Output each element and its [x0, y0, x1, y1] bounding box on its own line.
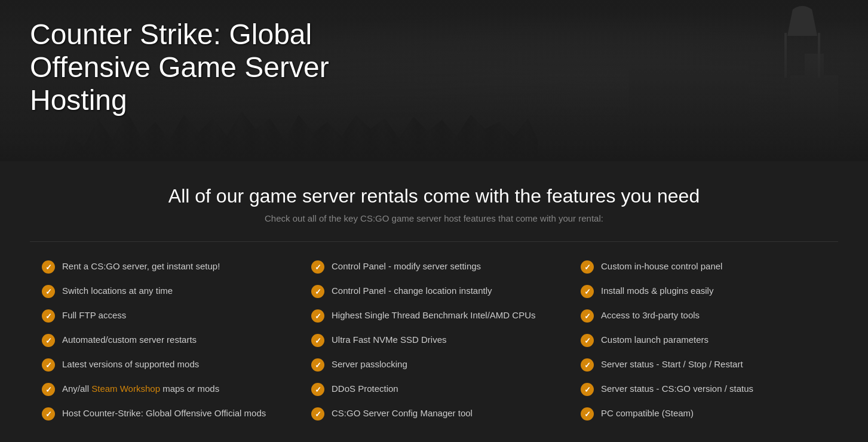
feature-text: Ultra Fast NVMe SSD Drives: [332, 333, 447, 346]
feature-text: Rent a CS:GO server, get instant setup!: [62, 260, 220, 272]
feature-text: Any/all Steam Workshop maps or mods: [62, 382, 219, 395]
features-section: All of our game server rentals come with…: [0, 161, 868, 442]
section-divider: [30, 241, 838, 242]
water-tower-top: [787, 6, 817, 36]
features-column-3: Custom in-house control panel Install mo…: [569, 260, 838, 431]
check-icon: [42, 334, 55, 347]
feature-text: Custom in-house control panel: [601, 260, 722, 272]
check-icon: [42, 285, 55, 298]
feature-text: Highest Single Thread Benchmark Intel/AM…: [332, 309, 536, 321]
feature-text: Latest versions of supported mods: [62, 358, 199, 370]
features-column-2: Control Panel - modify server settings C…: [299, 260, 569, 431]
list-item: Switch locations at any time: [42, 284, 287, 298]
feature-text: Full FTP access: [62, 309, 126, 321]
list-item: Custom launch parameters: [581, 333, 826, 347]
list-item: Custom in-house control panel: [581, 260, 826, 274]
list-item: CS:GO Server Config Manager tool: [311, 407, 557, 420]
check-icon: [42, 383, 55, 396]
feature-text: CS:GO Server Config Manager tool: [332, 407, 473, 419]
check-icon: [581, 260, 594, 274]
check-icon: [311, 407, 324, 420]
list-item: Automated/custom server restarts: [42, 333, 287, 347]
check-icon: [42, 407, 55, 420]
feature-text: Host Counter-Strike: Global Offensive Of…: [62, 407, 266, 419]
list-item: Highest Single Thread Benchmark Intel/AM…: [311, 309, 557, 323]
feature-text: Access to 3rd-party tools: [601, 309, 700, 321]
check-icon: [42, 260, 55, 274]
list-item: DDoS Protection: [311, 382, 557, 396]
feature-text: Control Panel - modify server settings: [332, 260, 481, 272]
list-item: PC compatible (Steam): [581, 407, 826, 420]
list-item: Access to 3rd-party tools: [581, 309, 826, 323]
check-icon: [311, 285, 324, 298]
feature-text: Switch locations at any time: [62, 284, 173, 297]
check-icon: [581, 358, 594, 372]
features-subtitle: Check out all of the key CS:GO game serv…: [30, 213, 838, 223]
check-icon: [311, 260, 324, 274]
feature-text: PC compatible (Steam): [601, 407, 694, 419]
check-icon: [42, 309, 55, 323]
feature-text: Install mods & plugins easily: [601, 284, 713, 297]
steam-workshop-link[interactable]: Steam Workshop: [91, 383, 160, 394]
check-icon: [581, 334, 594, 347]
check-icon: [311, 383, 324, 396]
feature-text: Server passlocking: [332, 358, 407, 370]
list-item: Install mods & plugins easily: [581, 284, 826, 298]
feature-text: Control Panel - change location instantl…: [332, 284, 492, 297]
feature-text: Automated/custom server restarts: [62, 333, 197, 346]
check-icon: [42, 358, 55, 372]
check-icon: [311, 358, 324, 372]
list-item: Ultra Fast NVMe SSD Drives: [311, 333, 557, 347]
check-icon: [311, 309, 324, 323]
check-icon: [581, 407, 594, 420]
feature-text: Custom launch parameters: [601, 333, 708, 346]
features-title: All of our game server rentals come with…: [30, 185, 838, 207]
feature-text: Server status - CS:GO version / status: [601, 382, 753, 395]
check-icon: [311, 334, 324, 347]
list-item: Full FTP access: [42, 309, 287, 323]
list-item: Server status - Start / Stop / Restart: [581, 358, 826, 372]
list-item: Control Panel - modify server settings: [311, 260, 557, 274]
check-icon: [581, 285, 594, 298]
hero-title: Counter Strike: Global Offensive Game Se…: [30, 18, 388, 117]
list-item: Control Panel - change location instantl…: [311, 284, 557, 298]
hero-section: Counter Strike: Global Offensive Game Se…: [0, 0, 868, 161]
features-header: All of our game server rentals come with…: [30, 185, 838, 223]
features-column-1: Rent a CS:GO server, get instant setup! …: [30, 260, 299, 431]
list-item: Latest versions of supported mods: [42, 358, 287, 372]
list-item: Rent a CS:GO server, get instant setup!: [42, 260, 287, 274]
list-item: Server passlocking: [311, 358, 557, 372]
list-item: Host Counter-Strike: Global Offensive Of…: [42, 407, 287, 420]
check-icon: [581, 383, 594, 396]
feature-text: Server status - Start / Stop / Restart: [601, 358, 743, 370]
check-icon: [581, 309, 594, 323]
features-grid: Rent a CS:GO server, get instant setup! …: [30, 260, 838, 431]
list-item: Server status - CS:GO version / status: [581, 382, 826, 396]
feature-text: DDoS Protection: [332, 382, 398, 395]
list-item: Any/all Steam Workshop maps or mods: [42, 382, 287, 396]
